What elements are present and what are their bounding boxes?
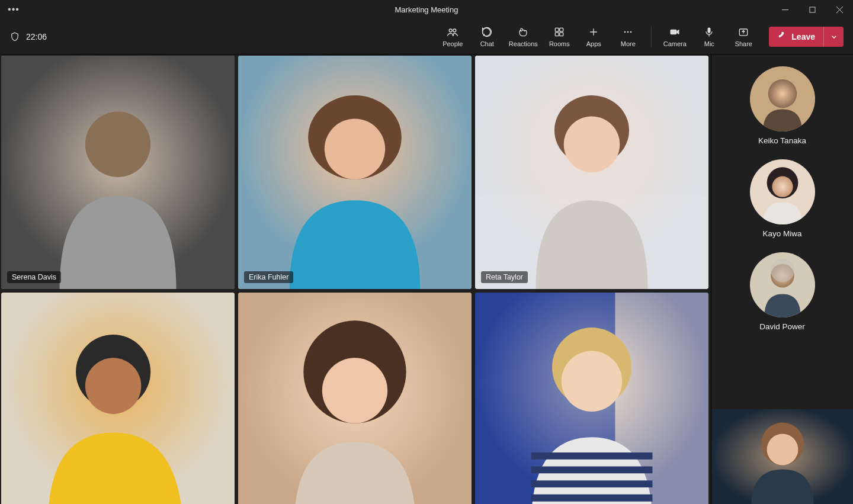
mic-button[interactable]: Mic [692,21,726,52]
participant-name: David Power [759,322,805,331]
svg-rect-5 [560,28,563,31]
svg-rect-7 [560,33,563,36]
chat-label: Chat [480,40,494,47]
toolbar-divider [651,26,652,47]
more-icon [621,25,634,38]
maximize-button[interactable] [799,0,826,19]
shield-icon [9,31,20,42]
svg-rect-6 [556,33,559,36]
avatar [750,252,815,317]
rooms-icon [553,25,566,38]
people-label: People [442,40,463,47]
share-icon [737,25,750,38]
video-feed [475,56,708,289]
people-button[interactable]: People [435,21,470,52]
camera-icon [668,25,681,38]
svg-point-2 [453,29,456,32]
participant-item[interactable]: Keiko Tanaka [750,66,815,145]
video-feed [1,293,235,504]
video-area: Serena Davis Erika Fuhler [0,54,711,504]
video-tile[interactable]: Serena Davis [1,56,235,289]
participant-item[interactable]: Kayo Miwa [750,159,815,238]
hangup-icon [777,31,787,42]
leave-dropdown[interactable] [823,27,844,47]
avatar [750,159,815,224]
video-feed [475,293,708,504]
share-button[interactable]: Share [726,21,761,52]
close-button[interactable] [826,0,853,19]
participant-name: Kayo Miwa [762,229,801,238]
camera-label: Camera [663,40,687,47]
chat-icon [480,25,493,38]
meeting-toolbar: 22:06 People Chat Reactions [0,19,853,54]
svg-rect-12 [708,28,711,33]
apps-label: Apps [586,40,601,47]
svg-point-33 [322,358,387,423]
video-tile[interactable]: Serena Ribeiro [1,293,235,504]
avatar [750,66,815,131]
svg-point-46 [771,259,794,283]
svg-point-50 [767,434,798,466]
svg-point-10 [630,31,632,33]
svg-point-20 [325,118,385,179]
camera-button[interactable]: Camera [658,21,692,52]
participant-name-label: Serena Davis [7,271,61,283]
svg-rect-0 [810,7,815,12]
video-feed [1,56,235,289]
share-label: Share [735,40,752,47]
leave-label: Leave [791,32,815,41]
more-label: More [621,40,636,47]
video-tile[interactable]: Reta Taylor [475,56,708,289]
timer-group: 22:06 [9,31,47,42]
svg-rect-4 [556,28,559,31]
window-title: Marketing Meeting [395,5,458,14]
video-tile[interactable]: Erika Fuhler [238,56,472,289]
mic-icon [703,25,716,38]
svg-point-8 [624,31,626,33]
reactions-icon [517,25,530,38]
svg-point-38 [562,351,622,412]
participants-sidebar: Keiko Tanaka Kayo Miwa David Power [711,54,853,504]
svg-point-16 [85,112,150,177]
apps-button[interactable]: Apps [576,21,611,52]
more-button[interactable]: More [611,21,645,52]
video-tile[interactable]: Sarah Perez [238,293,472,504]
title-bar: ••• Marketing Meeting [0,0,853,19]
svg-point-1 [449,29,452,32]
titlebar-more-button[interactable]: ••• [0,4,27,15]
svg-point-29 [85,358,142,414]
video-feed [238,293,472,504]
apps-plus-icon [587,25,600,38]
participant-name: Keiko Tanaka [758,136,806,145]
reactions-button[interactable]: Reactions [504,21,542,52]
meeting-content: Serena Davis Erika Fuhler [0,54,853,504]
svg-point-43 [772,176,793,197]
participant-item[interactable]: David Power [750,252,815,331]
chat-button[interactable]: Chat [470,21,504,52]
svg-point-9 [627,31,629,33]
svg-rect-11 [671,30,677,34]
leave-button[interactable]: Leave [769,27,844,47]
svg-point-25 [564,116,620,172]
svg-point-40 [768,79,796,108]
participant-name-label: Erika Fuhler [244,271,293,283]
rooms-button[interactable]: Rooms [542,21,576,52]
people-icon [446,25,459,38]
minimize-button[interactable] [771,0,799,19]
reactions-label: Reactions [509,40,538,47]
video-tile[interactable]: MJ Price [475,293,708,504]
rooms-label: Rooms [549,40,570,47]
participant-name-label: Reta Taylor [481,271,528,283]
meeting-timer: 22:06 [26,32,47,41]
video-grid: Serena Davis Erika Fuhler [1,56,711,504]
video-feed [238,56,472,289]
mic-label: Mic [704,40,714,47]
window-controls [771,0,853,19]
self-view[interactable] [711,409,854,504]
